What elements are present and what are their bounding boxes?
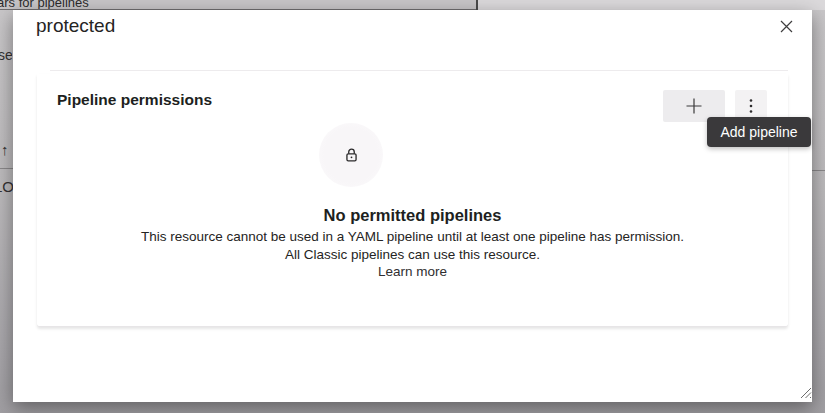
close-icon (779, 19, 794, 34)
kebab-icon (748, 98, 754, 114)
background-row-divider (0, 168, 13, 169)
background-page-strip-right (477, 0, 825, 10)
screen: ars for pipelines se ↑ LO protected Pipe… (0, 0, 825, 413)
learn-more-link[interactable]: Learn more (378, 263, 447, 281)
empty-state-title: No permitted pipelines (13, 206, 812, 225)
empty-state-badge (319, 123, 383, 187)
plus-icon (685, 97, 703, 115)
panel-heading: Pipeline permissions (57, 91, 212, 109)
lock-icon (343, 147, 360, 164)
description-line-1: This resource cannot be used in a YAML p… (13, 228, 812, 246)
resize-grip-icon[interactable] (797, 384, 813, 400)
background-partial-text: LO (0, 178, 13, 195)
background-row-divider (812, 170, 825, 171)
background-column-divider (476, 0, 478, 10)
close-button[interactable] (776, 16, 796, 36)
empty-state-description: This resource cannot be used in a YAML p… (13, 228, 812, 281)
header-divider (50, 70, 788, 71)
background-partial-text: se (0, 47, 12, 63)
background-partial-text: ars for pipelines (0, 0, 89, 10)
description-line-2: All Classic pipelines can use this resou… (13, 246, 812, 264)
add-pipeline-tooltip: Add pipeline (707, 117, 811, 147)
background-partial-text: ↑ (1, 141, 13, 158)
dialog-title: protected (36, 15, 115, 37)
tooltip-label: Add pipeline (720, 124, 797, 140)
background-page-strip: ars for pipelines (0, 0, 476, 10)
